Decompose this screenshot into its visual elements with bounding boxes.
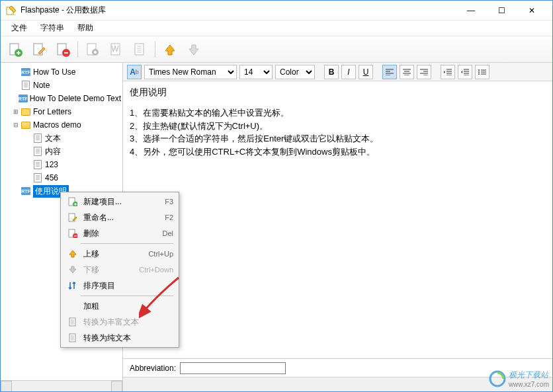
align-center-button[interactable] — [400, 65, 414, 79]
menu-file[interactable]: 文件 — [6, 21, 32, 35]
rtf-toggle[interactable]: Ab — [127, 65, 142, 79]
doc-pencil-icon — [66, 213, 79, 222]
window-title: Flashpaste - 公用数据库 — [21, 5, 456, 16]
context-menu-shortcut: F2 — [165, 214, 173, 221]
tree-item[interactable]: ⊞For Letters — [2, 105, 121, 118]
svg-rect-20 — [69, 318, 75, 326]
tree-item[interactable]: 内容 — [2, 145, 121, 158]
plain-doc-button[interactable] — [131, 40, 149, 59]
context-menu-label: 下移 — [79, 264, 139, 276]
font-family-select[interactable]: Times New RomanArialSimSun — [144, 65, 237, 79]
app-icon — [6, 5, 17, 16]
maximize-button[interactable]: ☐ — [486, 1, 517, 20]
scroll-track[interactable] — [12, 381, 111, 391]
menu-help[interactable]: 帮助 — [72, 21, 99, 35]
tree-item[interactable]: RTFHow To Delete Demo Text — [2, 92, 121, 105]
context-menu-label: 转换为丰富文本 — [79, 317, 173, 328]
bold-button[interactable]: B — [324, 65, 339, 79]
new-item-button[interactable] — [6, 40, 24, 59]
watermark: 极光下载站 www.xz7.com — [489, 370, 549, 388]
doc-minus-icon — [66, 229, 79, 238]
menu-strings[interactable]: 字符串 — [35, 21, 69, 35]
abbreviation-label: Abbreviation: — [130, 364, 176, 373]
context-menu-label: 上移 — [79, 249, 148, 260]
document-line: 4、另外，您可以使用CTRL+C将文本复制到Windows剪贴板中。 — [130, 145, 546, 159]
font-color-select[interactable]: Color — [275, 65, 315, 79]
underline-button[interactable]: U — [359, 65, 373, 79]
tree-item[interactable]: ⊟Macros demo — [2, 118, 121, 132]
context-menu-item[interactable]: 删除Del — [62, 225, 177, 241]
folder-icon — [21, 106, 31, 117]
window-controls: — ☐ ✕ — [456, 1, 547, 20]
context-menu-item[interactable]: 排序项目 — [62, 278, 177, 294]
delete-item-button[interactable] — [54, 40, 72, 59]
tree-item[interactable]: 456 — [2, 171, 121, 184]
move-down-button[interactable] — [185, 40, 203, 59]
doc-icon — [21, 80, 31, 91]
align-left-button[interactable] — [382, 65, 397, 79]
folder-open-icon — [21, 120, 31, 130]
context-menu-item[interactable]: 重命名...F2 — [62, 210, 177, 225]
expander-icon[interactable]: ⊟ — [11, 122, 21, 128]
rtf-icon: RTF — [21, 186, 31, 196]
tree-item-label: For Letters — [33, 107, 71, 116]
context-menu-item[interactable]: 上移Ctrl+Up — [62, 246, 177, 262]
context-menu-item[interactable]: 加粗 — [62, 298, 177, 314]
scroll-right-button[interactable] — [111, 381, 122, 391]
context-menu-label: 新建项目... — [79, 196, 165, 208]
context-menu-item: 转换为丰富文本 — [62, 314, 177, 330]
bullet-list-button[interactable] — [475, 65, 489, 79]
doc-icon — [32, 133, 43, 143]
close-button[interactable]: ✕ — [517, 1, 547, 20]
italic-button[interactable]: I — [341, 65, 356, 79]
sidebar-h-scrollbar[interactable] — [1, 380, 122, 391]
tree-item-label: Macros demo — [33, 120, 81, 130]
doc-icon — [66, 333, 79, 342]
abbreviation-input[interactable] — [180, 362, 286, 374]
expander-icon[interactable]: ⊞ — [11, 108, 21, 115]
toolbar: W — [1, 36, 552, 63]
outdent-button[interactable] — [441, 65, 455, 79]
minimize-button[interactable]: — — [456, 1, 486, 20]
tree-item-label: Note — [33, 81, 50, 90]
main-panel: Ab Times New RomanArialSimSun 1012141618… — [123, 63, 552, 391]
status-bar — [123, 377, 552, 391]
doc-icon — [32, 159, 43, 170]
editor[interactable]: 使用说明 1、在需要粘贴文本的输入栏中设置光标。2、按主热键(默认情况下为Ctr… — [123, 81, 552, 358]
document-title: 使用说明 — [130, 87, 546, 98]
context-menu-item: 下移Ctrl+Down — [62, 262, 177, 278]
svg-point-13 — [478, 71, 480, 73]
font-size-select[interactable]: 1012141618 — [239, 65, 273, 79]
word-doc-button[interactable]: W — [107, 40, 126, 59]
context-menu-shortcut: Del — [162, 229, 173, 237]
context-menu-label: 转换为纯文本 — [79, 333, 173, 344]
edit-item-button[interactable] — [30, 40, 48, 59]
tree-item[interactable]: RTFHow To Use — [2, 65, 121, 79]
doc-icon — [32, 146, 43, 157]
rtf-icon: RTF — [19, 93, 28, 104]
align-right-button[interactable] — [417, 65, 431, 79]
svg-text:W: W — [111, 44, 119, 54]
context-menu-item[interactable]: 转换为纯文本 — [62, 330, 177, 346]
document-line: 1、在需要粘贴文本的输入栏中设置光标。 — [130, 106, 546, 120]
format-bar: Ab Times New RomanArialSimSun 1012141618… — [123, 63, 552, 81]
tree-item-label: 文本 — [45, 133, 61, 144]
context-menu-shortcut: F3 — [165, 198, 173, 206]
tree-item-label: 456 — [45, 173, 58, 182]
move-up-button[interactable] — [161, 40, 179, 59]
context-menu-label: 加粗 — [79, 301, 173, 312]
abbreviation-bar: Abbreviation: — [123, 358, 552, 377]
indent-button[interactable] — [458, 65, 472, 79]
settings-button[interactable] — [83, 40, 102, 59]
svg-point-12 — [478, 69, 480, 71]
svg-point-14 — [478, 73, 480, 75]
scroll-left-button[interactable] — [1, 381, 12, 391]
doc-plus-icon — [66, 197, 79, 206]
context-menu-label: 排序项目 — [79, 280, 173, 292]
tree-item[interactable]: 文本 — [2, 132, 121, 145]
tree-item-label: How To Use — [33, 67, 75, 77]
svg-point-8 — [94, 51, 97, 54]
context-menu-item[interactable]: 新建项目...F3 — [62, 194, 177, 210]
tree-item[interactable]: 123 — [2, 158, 121, 171]
tree-item[interactable]: Note — [2, 79, 121, 92]
